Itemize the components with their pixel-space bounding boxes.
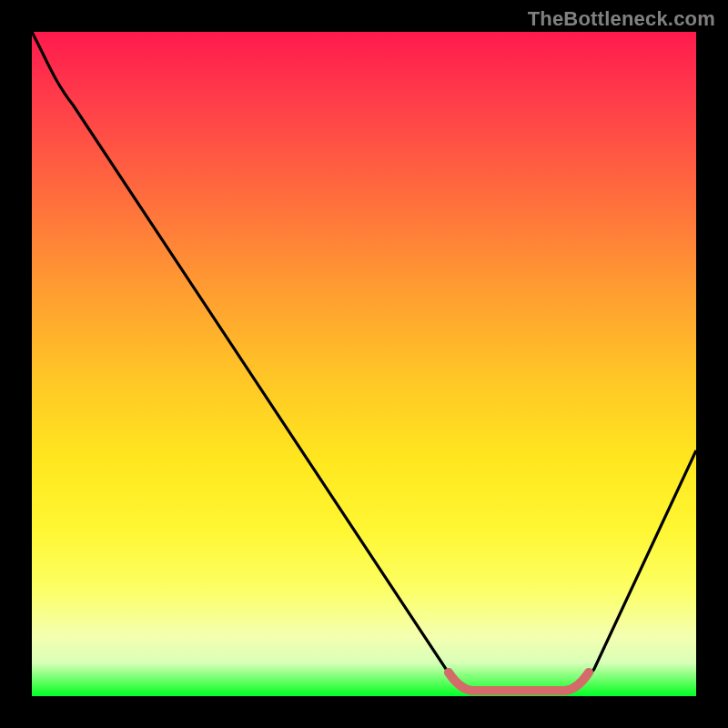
valley-highlight [449,672,589,691]
plot-area [32,32,696,696]
bottleneck-curve [32,32,696,692]
chart-frame: TheBottleneck.com [0,0,728,728]
watermark-text: TheBottleneck.com [528,7,715,31]
curve-layer [32,32,696,696]
